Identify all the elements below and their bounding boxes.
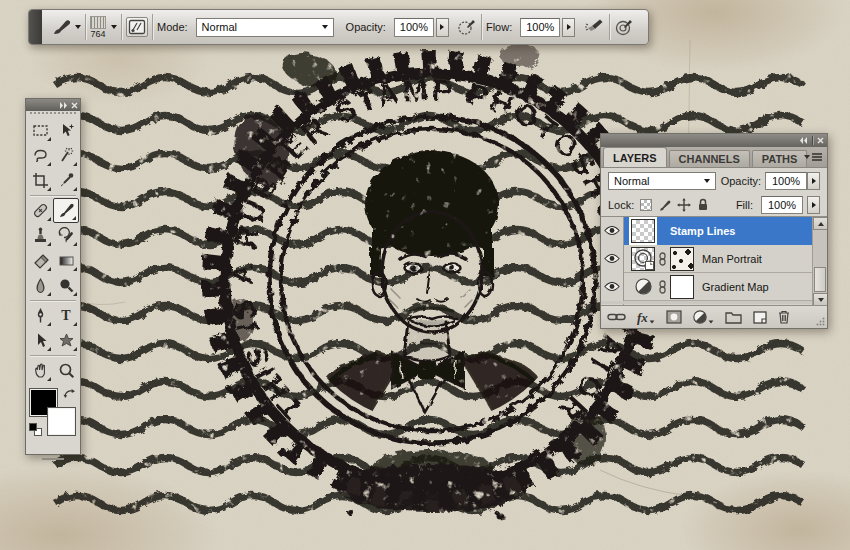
blend-mode-select[interactable]: Normal <box>196 18 334 37</box>
tool-options-bar: 764 Mode: Normal Opacity: 100% Flow: 100… <box>28 9 649 45</box>
scroll-up-icon[interactable] <box>813 217 827 230</box>
smart-object-thumbnail[interactable] <box>631 247 655 271</box>
opacity-spinner[interactable] <box>436 18 449 37</box>
tool-eraser[interactable] <box>27 248 53 273</box>
tool-lasso[interactable] <box>27 143 53 168</box>
airbrush-icon[interactable] <box>583 18 605 36</box>
default-colors-icon[interactable] <box>29 423 42 436</box>
tool-rectangular-marquee[interactable] <box>27 118 53 143</box>
visibility-toggle[interactable] <box>601 273 624 301</box>
toolbox-titlebar[interactable] <box>26 99 80 111</box>
chevron-down-icon <box>322 25 328 29</box>
panel-menu-icon[interactable] <box>804 153 822 161</box>
tool-spot-healing-brush[interactable] <box>27 198 53 223</box>
new-adjustment-icon[interactable] <box>693 310 714 324</box>
layers-scrollbar[interactable] <box>812 217 827 305</box>
tab-layers[interactable]: LAYERS <box>603 147 667 167</box>
tool-brush[interactable] <box>53 198 79 223</box>
tool-eyedropper[interactable] <box>53 168 79 193</box>
link-layers-icon[interactable] <box>607 312 626 322</box>
layer-row-man-portrait[interactable]: Man Portrait <box>601 245 813 273</box>
lock-position-icon[interactable] <box>676 198 691 213</box>
divider <box>152 14 153 40</box>
scrollbar-thumb[interactable] <box>814 267 826 292</box>
layer-blend-mode-select[interactable]: Normal <box>608 172 716 190</box>
tool-hand[interactable] <box>27 358 53 383</box>
divider <box>121 14 122 40</box>
flow-input[interactable]: 100% <box>520 18 560 37</box>
blend-mode-value: Normal <box>202 21 237 33</box>
collapse-icon[interactable] <box>799 137 808 144</box>
add-mask-icon[interactable] <box>666 310 682 324</box>
lock-label: Lock: <box>608 199 634 211</box>
close-icon[interactable] <box>71 102 78 109</box>
brush-preset-icon <box>90 16 106 29</box>
tablet-opacity-icon[interactable] <box>457 18 477 36</box>
layer-name[interactable]: Gradient Map <box>702 281 769 293</box>
brush-picker-arrow[interactable] <box>111 25 117 29</box>
layer-row-gradient-map[interactable]: Gradient Map <box>601 273 813 301</box>
expand-icon[interactable] <box>59 102 68 109</box>
toggle-brush-panel-button[interactable] <box>126 17 148 37</box>
tool-blur[interactable] <box>27 273 53 298</box>
delete-layer-icon[interactable] <box>778 310 790 324</box>
layer-style-icon[interactable]: fx <box>637 311 655 324</box>
tool-history-brush[interactable] <box>53 223 79 248</box>
layer-mask-thumbnail[interactable] <box>670 247 694 271</box>
new-group-icon[interactable] <box>725 311 742 324</box>
adjustment-mask-thumbnail[interactable] <box>670 275 694 299</box>
chevron-down-icon <box>704 179 710 183</box>
tool-type[interactable]: T <box>53 303 79 328</box>
tab-paths[interactable]: PATHS <box>752 150 808 167</box>
toggle-brush-panel-icon <box>128 19 146 35</box>
scroll-down-icon[interactable] <box>813 293 827 305</box>
fill-label: Fill: <box>736 199 753 211</box>
tablet-size-icon[interactable] <box>614 18 634 36</box>
close-icon[interactable] <box>817 137 824 144</box>
visibility-toggle[interactable] <box>601 217 624 245</box>
tool-clone-stamp[interactable] <box>27 223 53 248</box>
tool-move[interactable] <box>53 118 79 143</box>
layer-opacity-input[interactable]: 100% <box>765 172 807 190</box>
tool-magic-wand[interactable] <box>53 143 79 168</box>
adjustment-layer-icon[interactable] <box>631 278 655 295</box>
visibility-toggle[interactable] <box>601 245 624 273</box>
fill-spinner[interactable] <box>807 196 820 214</box>
tool-crop[interactable] <box>27 168 53 193</box>
options-bar-grip[interactable] <box>29 10 42 44</box>
layers-panel-footer: fx <box>601 305 827 328</box>
tool-path-selection[interactable] <box>27 328 53 353</box>
layer-name[interactable]: Man Portrait <box>702 253 762 265</box>
swap-colors-icon[interactable] <box>62 387 77 400</box>
toolbox-resize-grip[interactable] <box>26 454 80 464</box>
flow-spinner[interactable] <box>562 18 575 37</box>
mode-label: Mode: <box>157 21 188 33</box>
divider <box>30 355 76 356</box>
tool-pen[interactable] <box>27 303 53 328</box>
layer-thumbnail[interactable] <box>631 219 655 243</box>
current-tool[interactable] <box>52 18 81 36</box>
opacity-value: 100% <box>400 21 428 33</box>
color-swatches <box>26 387 80 451</box>
tool-zoom[interactable] <box>53 358 79 383</box>
tool-custom-shape[interactable] <box>53 328 79 353</box>
new-layer-icon[interactable] <box>753 311 767 324</box>
opacity-input[interactable]: 100% <box>394 18 434 37</box>
panel-resize-grip[interactable] <box>816 317 825 326</box>
tool-gradient[interactable] <box>53 248 79 273</box>
lock-transparency-icon[interactable] <box>638 198 653 213</box>
lock-pixels-icon[interactable] <box>657 198 672 213</box>
layers-panel-titlebar[interactable] <box>601 134 827 147</box>
layer-row-stamp-lines[interactable]: Stamp Lines <box>601 217 813 245</box>
background-color-swatch[interactable] <box>48 408 75 435</box>
brush-preset-size: 764 <box>90 30 105 39</box>
lock-all-icon[interactable] <box>695 198 710 213</box>
tool-dodge[interactable] <box>53 273 79 298</box>
brush-preset-picker[interactable]: 764 <box>90 16 117 39</box>
fill-input[interactable]: 100% <box>761 196 803 214</box>
tool-preset-arrow[interactable] <box>75 25 81 29</box>
tab-channels[interactable]: CHANNELS <box>669 150 750 167</box>
blend-opacity-row: Normal Opacity: 100% <box>601 168 827 194</box>
layer-name[interactable]: Stamp Lines <box>670 225 735 237</box>
layer-opacity-spinner[interactable] <box>807 172 820 190</box>
